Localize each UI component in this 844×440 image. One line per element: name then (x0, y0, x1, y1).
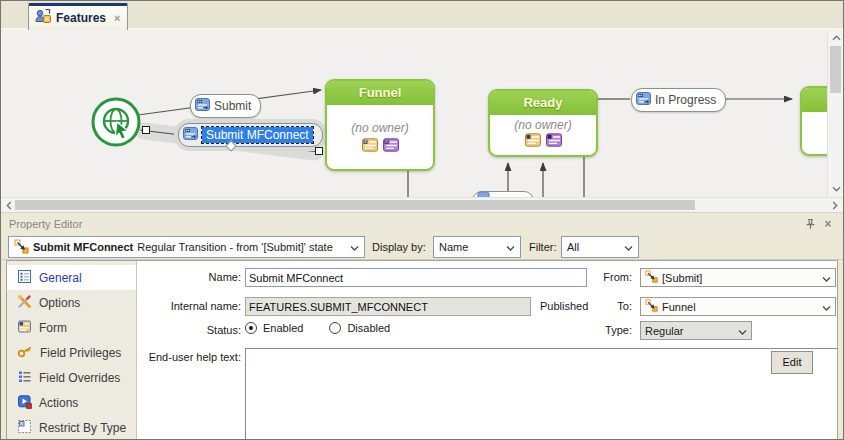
tab-features[interactable]: Features × (28, 3, 128, 30)
transition-label-submit-mfconnect[interactable]: Submit MFConnect (178, 123, 323, 147)
filter-value: All (567, 241, 579, 253)
sidebar-item-label: Field Privileges (40, 346, 121, 360)
workflow-step-purple-icon (383, 138, 399, 156)
diagram-canvas[interactable]: Submit Submit MFConnect Funnel (no owner… (1, 30, 827, 197)
selected-object-desc: Regular Transition - from '[Submit]' sta… (137, 241, 333, 253)
selected-object-name: Submit MFConnect (33, 241, 133, 253)
edit-button[interactable]: Edit (771, 351, 813, 374)
sidebar-item-label: Field Overrides (39, 371, 120, 385)
transition-object-icon (14, 239, 29, 256)
state-partial-right[interactable] (800, 86, 827, 156)
transition-object-icon (645, 299, 658, 314)
from-combo[interactable]: [Submit] (640, 268, 836, 287)
help-text-area[interactable] (245, 348, 838, 439)
selected-object-combo[interactable]: Submit MFConnect Regular Transition - fr… (8, 236, 365, 258)
state-funnel[interactable]: Funnel (no owner) (325, 79, 435, 171)
horizontal-scroll-thumb[interactable] (15, 200, 695, 210)
features-icon (35, 8, 51, 28)
display-by-value: Name (439, 241, 468, 253)
selection-handle-end[interactable] (315, 147, 323, 155)
tab-bar: Features × (1, 1, 843, 30)
tools-icon (17, 294, 32, 312)
play-icon (17, 394, 32, 412)
property-editor-toolbar: Submit MFConnect Regular Transition - fr… (1, 234, 843, 260)
type-value: Regular (645, 325, 684, 337)
published-label: Published (540, 300, 590, 312)
state-ready[interactable]: Ready (no owner) (488, 89, 598, 157)
scroll-up-icon[interactable] (828, 31, 844, 45)
property-editor-form: Name: From: [Submit] Internal name: Publ… (138, 261, 837, 439)
state-title (802, 88, 827, 112)
property-editor-title: Property Editor (9, 218, 82, 230)
grid-icon (17, 419, 32, 437)
form-icon (17, 319, 32, 337)
tab-label: Features (56, 11, 106, 25)
workflow-step-purple-icon (546, 133, 562, 151)
workflow-designer-window: Features × (0, 0, 844, 440)
vertical-scroll-thumb[interactable] (830, 46, 841, 93)
scroll-down-icon[interactable] (828, 182, 844, 196)
close-icon[interactable]: × (821, 217, 835, 231)
workflow-step-orange-icon (362, 138, 378, 156)
chevron-down-icon (350, 241, 359, 253)
sidebar-item-general[interactable]: General (7, 265, 136, 290)
transition-icon (183, 126, 198, 144)
internal-name-input (245, 297, 531, 316)
internal-name-label: Internal name: (143, 300, 241, 312)
status-enabled-label: Enabled (263, 322, 303, 334)
to-label: To: (590, 300, 632, 312)
sidebar-item-label: Actions (39, 396, 78, 410)
filter-combo[interactable]: All (561, 236, 639, 258)
general-icon (17, 269, 32, 287)
sidebar-item-field-privileges[interactable]: Field Privileges (7, 340, 136, 365)
to-value: Funnel (662, 301, 696, 313)
status-label: Status: (153, 324, 241, 336)
canvas-vertical-scrollbar[interactable] (827, 30, 843, 197)
status-enabled-radio[interactable] (245, 322, 257, 334)
canvas-horizontal-scrollbar[interactable] (1, 197, 843, 213)
transition-label-text-selected: Submit MFConnect (202, 127, 313, 143)
property-editor-panel: General Options Form (6, 260, 838, 439)
name-input[interactable] (245, 268, 587, 287)
transition-object-icon (645, 270, 658, 285)
transition-label-submit[interactable]: Submit (190, 94, 261, 118)
transition-label-text: Submit (214, 99, 251, 113)
sidebar-item-restrict-by-type[interactable]: Restrict By Type (7, 415, 136, 439)
display-by-combo[interactable]: Name (433, 236, 521, 258)
status-disabled-label: Disabled (347, 322, 390, 334)
chevron-down-icon (822, 272, 831, 284)
state-owner: (no owner) (327, 121, 433, 135)
sidebar-item-form[interactable]: Form (7, 315, 136, 340)
sidebar-item-actions[interactable]: Actions (7, 390, 136, 415)
sidebar-item-label: Options (39, 296, 80, 310)
to-combo[interactable]: Funnel (640, 297, 836, 316)
workflow-step-orange-icon (525, 133, 541, 151)
start-node[interactable] (90, 96, 142, 152)
selection-handle-start[interactable] (142, 126, 150, 134)
name-label: Name: (153, 271, 241, 283)
pin-icon[interactable] (803, 217, 817, 231)
transition-label-in-progress[interactable]: In Progress (631, 88, 726, 112)
key-icon (17, 344, 33, 362)
state-owner: (no owner) (490, 118, 596, 132)
list-icon (17, 369, 32, 387)
transition-icon (636, 91, 651, 109)
display-by-label: Display by: (372, 241, 426, 253)
from-value: [Submit] (662, 272, 702, 284)
state-title: Ready (490, 91, 596, 115)
chevron-down-icon (738, 325, 747, 337)
close-icon[interactable]: × (114, 12, 120, 24)
chevron-down-icon (624, 241, 633, 253)
help-text-label: End-user help text: (143, 351, 241, 363)
sidebar-item-options[interactable]: Options (7, 290, 136, 315)
scroll-right-icon[interactable] (827, 198, 843, 212)
status-disabled-radio[interactable] (329, 322, 341, 334)
transition-icon (195, 97, 210, 115)
filter-label: Filter: (529, 241, 557, 253)
chevron-down-icon (822, 301, 831, 313)
sidebar-item-field-overrides[interactable]: Field Overrides (7, 365, 136, 390)
sidebar-item-label: Restrict By Type (39, 421, 126, 435)
type-combo[interactable]: Regular (640, 321, 752, 340)
chevron-down-icon (506, 241, 515, 253)
type-label: Type: (590, 324, 632, 336)
